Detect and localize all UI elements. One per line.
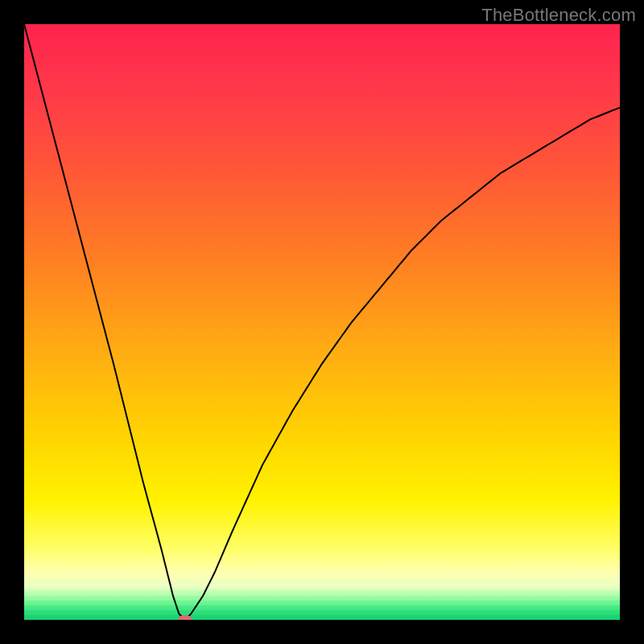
watermark-text: TheBottleneck.com [481,5,636,26]
green-band-group [24,591,620,620]
svg-rect-5 [24,615,620,620]
plot-area [24,24,620,620]
svg-rect-0 [24,591,620,596]
chart-svg [24,24,620,620]
svg-rect-3 [24,605,620,610]
chart-frame: TheBottleneck.com [0,0,644,644]
svg-rect-4 [24,610,620,615]
gradient-background [24,24,620,620]
svg-rect-1 [24,596,620,601]
svg-rect-2 [24,601,620,605]
